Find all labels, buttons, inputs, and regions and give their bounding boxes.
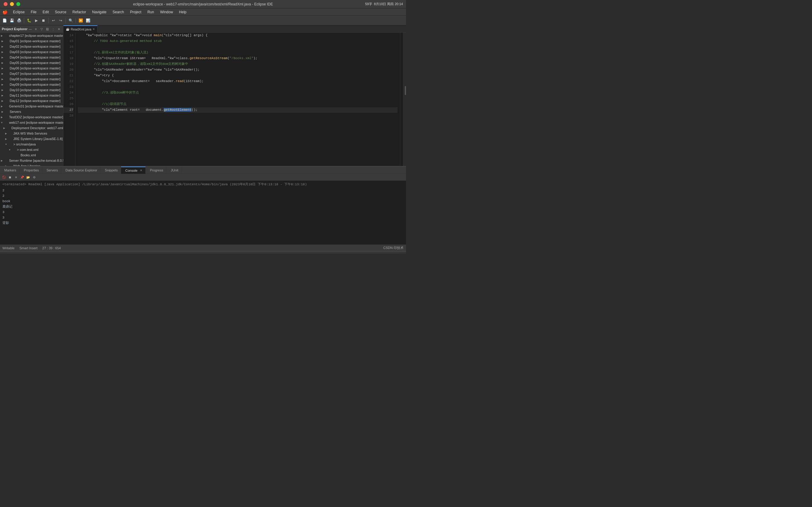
sidebar-tree-item[interactable]: ▶Day05 [eclipse-workspace master] (0, 60, 63, 65)
code-line[interactable]: "kw">try { (78, 73, 398, 78)
menu-window[interactable]: Window (158, 9, 175, 15)
sidebar-tree-item[interactable]: ▶Day02 [eclipse-workspace master] (0, 44, 63, 49)
tree-arrow[interactable]: ▶ (1, 77, 4, 81)
tree-arrow[interactable]: ▶ (1, 83, 4, 86)
sidebar-close-btn[interactable]: ✕ (56, 26, 61, 32)
panel-close-btn[interactable]: ✕ (13, 174, 19, 180)
maximize-button[interactable] (16, 2, 20, 6)
tree-arrow[interactable]: ▶ (1, 66, 4, 70)
code-line[interactable]: //1.获得xml文件的流对象(输入流) (78, 50, 398, 56)
code-line[interactable]: //2.创建SAXReader解析器，读取xml文件到dom文档树对象中 (78, 61, 398, 67)
sidebar-tree-item[interactable]: ▶Day07 [eclipse-workspace master] (0, 71, 63, 76)
code-line[interactable]: "kw">public "kw">static "kw">void main("… (78, 33, 398, 38)
tree-arrow[interactable]: ▶ (1, 88, 4, 92)
panel-tab-junit[interactable]: JUnit (166, 167, 182, 174)
panel-tab-close[interactable]: ✕ (140, 169, 142, 172)
sidebar-tree-item[interactable]: ▶chapter17 [eclipse-workspace master] (0, 33, 63, 38)
toolbar-redo[interactable]: ↪ (57, 17, 64, 24)
tree-arrow[interactable]: ▶ (0, 159, 4, 162)
menu-eclipse[interactable]: Eclipse (11, 9, 27, 15)
sidebar-tree-item[interactable]: ▼> src/main/java (0, 142, 63, 147)
code-content[interactable]: "kw">public "kw">static "kw">void main("… (75, 33, 400, 166)
sidebar-tree-item[interactable]: ▶Day03 [eclipse-workspace master] (0, 49, 63, 55)
code-line[interactable] (78, 96, 398, 101)
tree-arrow[interactable]: ▶ (4, 137, 8, 140)
tree-arrow[interactable]: ▶ (1, 56, 4, 59)
sidebar-tree-item[interactable]: ▶Servers (0, 109, 63, 114)
tree-arrow[interactable]: ▶ (1, 45, 4, 48)
toolbar-new[interactable]: 📄 (1, 17, 8, 24)
tree-arrow[interactable]: ▼ (8, 148, 11, 152)
sidebar-tree-item[interactable]: ▶Day10 [eclipse-workspace master] (0, 87, 63, 93)
editor-tab-close[interactable]: ✕ (92, 27, 95, 31)
tree-arrow[interactable]: ▼ (4, 143, 8, 146)
apple-menu[interactable]: 🍎 (2, 10, 8, 14)
code-line[interactable]: "cls">Element root= document.getRootElem… (78, 107, 398, 113)
code-line[interactable] (78, 84, 398, 90)
panel-tab-console[interactable]: Console✕ (121, 167, 146, 174)
toolbar-run[interactable]: ▶ (33, 17, 40, 24)
sidebar-tree-item[interactable]: ▶Day09 [eclipse-workspace master] (0, 82, 63, 87)
editor-scrollbar[interactable] (403, 33, 406, 166)
panel-stop-btn[interactable]: ⏹ (7, 174, 13, 180)
sidebar-tree-item[interactable]: ▶Generic01 [eclipse-workspace master] (0, 104, 63, 109)
sidebar-tree-item[interactable]: ▶Deployment Descriptor: web17-xml (0, 125, 63, 131)
panel-tab-snippets[interactable]: Snippets (101, 167, 121, 174)
tree-arrow[interactable]: ▶ (1, 110, 4, 113)
toolbar-undo[interactable]: ↩ (50, 17, 57, 24)
minimize-button[interactable] (10, 2, 14, 6)
menu-edit[interactable]: Edit (40, 9, 51, 15)
code-line[interactable]: "cls">InputStream iStream= ReadXml."kw">… (78, 56, 398, 61)
menu-navigate[interactable]: Navigate (90, 9, 109, 15)
code-line[interactable]: //3.读取dom树中的节点 (78, 90, 398, 96)
toolbar-search[interactable]: 🔍 (67, 17, 74, 24)
sidebar-tree-item[interactable]: Books.xml (0, 152, 63, 158)
sidebar-tree-item[interactable]: ▶Server Runtime [apache-tomcat-8.0.53] (0, 158, 63, 163)
sidebar-dots-btn[interactable]: ⋮ (51, 26, 56, 32)
tree-arrow[interactable]: ▶ (1, 94, 4, 97)
sidebar-tree-item[interactable]: ▶Day04 [eclipse-workspace master] (0, 55, 63, 60)
panel-clear-btn[interactable]: 🚫 (1, 174, 7, 180)
code-editor[interactable]: 141516171819202122232425262728 "kw">publ… (63, 33, 406, 166)
code-line[interactable] (78, 113, 398, 119)
sidebar-tree-item[interactable]: ▶Day11 [eclipse-workspace master] (0, 93, 63, 98)
scrollbar-thumb[interactable] (405, 86, 406, 95)
panel-pin-btn[interactable]: 📌 (19, 174, 25, 180)
toolbar-stop[interactable]: ⏹ (40, 17, 47, 24)
panel-tab-servers[interactable]: Servers (42, 167, 61, 174)
code-line[interactable]: "cls">SAXReader saxReader="kw">new "cls"… (78, 67, 398, 73)
tree-arrow[interactable] (11, 153, 15, 157)
tree-arrow[interactable]: ▶ (0, 34, 4, 38)
sidebar-link-btn[interactable]: ⛓ (45, 26, 50, 32)
editor-tab-readxml[interactable]: ☕ ReadXml.java ✕ (63, 25, 98, 33)
toolbar-run-main[interactable]: ▶️ (77, 17, 84, 24)
tree-arrow[interactable]: ▶ (1, 61, 4, 65)
panel-tab-data-source-explorer[interactable]: Data Source Explorer (61, 167, 101, 174)
toolbar-print[interactable]: 🖨️ (16, 17, 22, 24)
code-line[interactable]: // TODO Auto-generated method stub (78, 38, 398, 44)
panel-open-btn[interactable]: 📂 (26, 174, 31, 180)
sidebar-tree-item[interactable]: ▶Day08 [eclipse-workspace master] (0, 76, 63, 82)
toolbar-debug[interactable]: 🐛 (26, 17, 32, 24)
tree-arrow[interactable]: ▶ (1, 99, 4, 103)
tree-arrow[interactable]: ▶ (0, 104, 4, 108)
menu-help[interactable]: Help (177, 9, 189, 15)
sidebar-collapse-btn[interactable]: — (28, 26, 33, 32)
panel-tab-markers[interactable]: Markers (0, 167, 20, 174)
sidebar-tree-item[interactable]: ▶TestDDZ [eclipse-workspace master] (0, 114, 63, 120)
sidebar-tree-item[interactable]: ▶JRE System Library [JavaSE-1.8] (0, 136, 63, 142)
tree-arrow[interactable]: ▶ (0, 115, 4, 119)
code-line[interactable]: //1)获得跟节点 (78, 101, 398, 107)
tree-arrow[interactable]: ▶ (1, 50, 4, 54)
menu-project[interactable]: Project (128, 9, 144, 15)
tree-arrow[interactable]: ▼ (0, 121, 4, 124)
toolbar-save[interactable]: 💾 (8, 17, 15, 24)
tree-arrow[interactable]: ▶ (2, 126, 6, 130)
sidebar-tree-item[interactable]: ▼> com.test.xml (0, 147, 63, 152)
menu-source[interactable]: Source (53, 9, 69, 15)
panel-settings-btn[interactable]: ⚙ (32, 174, 37, 180)
menu-run[interactable]: Run (145, 9, 156, 15)
panel-tab-progress[interactable]: Progress (146, 167, 166, 174)
close-button[interactable] (4, 2, 8, 6)
sidebar-tree-item[interactable]: ▶Web App Libraries (0, 163, 63, 166)
